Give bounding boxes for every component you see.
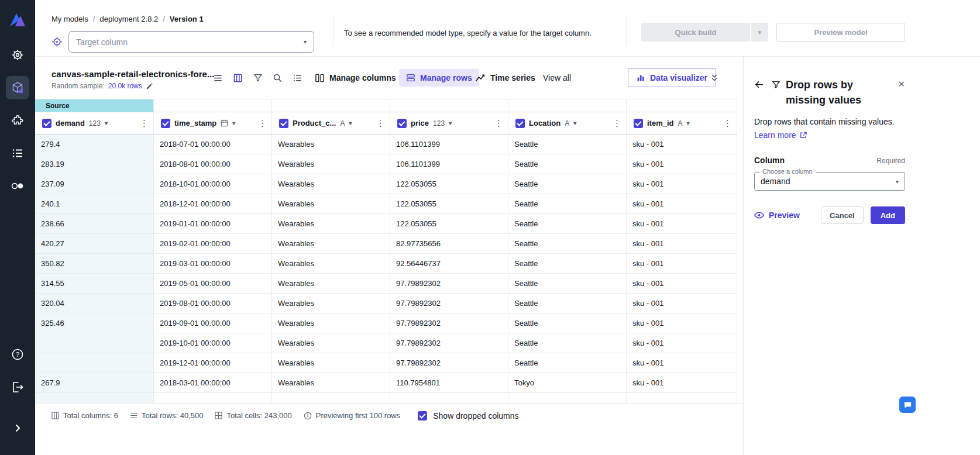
- cell-price: [390, 393, 508, 403]
- add-button[interactable]: Add: [871, 206, 905, 224]
- chevron-down-icon[interactable]: ▾: [349, 120, 352, 126]
- gear-icon[interactable]: [6, 43, 29, 67]
- column-checkbox[interactable]: [279, 119, 288, 128]
- main-area: My models / deployment 2.8.2 / Version 1…: [35, 0, 980, 455]
- column-checkbox[interactable]: [634, 119, 643, 128]
- edit-pencil-icon[interactable]: [146, 82, 153, 90]
- cell-item-id: sku - 001: [627, 234, 737, 253]
- target-column-placeholder: Target column: [76, 37, 128, 47]
- panel-actions: Preview Cancel Add: [754, 206, 905, 224]
- random-sample-value[interactable]: 20.0k rows: [108, 82, 142, 90]
- quick-build-button[interactable]: Quick build: [641, 23, 750, 42]
- dataset-name: canvas-sample-retail-electronics-fore...: [51, 69, 214, 79]
- column-name: Product_c...: [293, 119, 336, 127]
- cell-product-category: Wearables: [272, 214, 390, 233]
- kebab-menu-icon[interactable]: ⋮: [140, 118, 149, 129]
- list-icon[interactable]: [6, 142, 29, 165]
- back-arrow-icon[interactable]: [754, 80, 764, 108]
- cell-location: Seattle: [508, 274, 627, 293]
- search-icon[interactable]: [270, 71, 285, 85]
- cell-item-id: sku - 001: [627, 313, 737, 333]
- manage-columns-button[interactable]: Manage columns: [315, 57, 396, 99]
- cell-location: Seattle: [508, 194, 627, 213]
- kebab-menu-icon[interactable]: ⋮: [723, 118, 732, 129]
- cancel-button[interactable]: Cancel: [821, 206, 864, 224]
- table-row: 2019-12-01 00:00:00 Wearables 97.7989230…: [35, 353, 737, 373]
- chevron-down-icon[interactable]: ▾: [573, 120, 576, 126]
- header-divider: [333, 16, 334, 46]
- learn-more-link[interactable]: Learn more: [754, 130, 807, 140]
- table-row: 283.19 2018-08-01 00:00:00 Wearables 106…: [35, 154, 737, 174]
- preview-label: Preview: [769, 211, 800, 220]
- chevron-down-icon[interactable]: ▾: [105, 120, 108, 126]
- view-all-button[interactable]: View all: [543, 57, 571, 99]
- puzzle-icon[interactable]: [6, 109, 29, 132]
- chevron-down-icon[interactable]: ▾: [449, 120, 452, 126]
- filter-icon[interactable]: [250, 71, 265, 85]
- column-view-icon[interactable]: [231, 71, 245, 85]
- view-tools: [211, 57, 305, 99]
- cell-price: 97.79892302: [390, 313, 508, 333]
- time-series-button[interactable]: Time series: [475, 57, 535, 99]
- chat-icon[interactable]: [899, 397, 916, 413]
- logout-icon[interactable]: [6, 375, 29, 399]
- chevron-down-icon[interactable]: ▾: [687, 120, 690, 126]
- cell-location: Seattle: [508, 254, 627, 273]
- kebab-menu-icon[interactable]: ⋮: [494, 118, 503, 129]
- cell-time-stamp: 2019-09-01 00:00:00: [154, 313, 272, 333]
- column-checkbox[interactable]: [397, 119, 407, 128]
- breadcrumb-deployment[interactable]: deployment 2.8.2: [99, 15, 158, 23]
- show-dropped-checkbox[interactable]: [418, 411, 427, 420]
- number-type-icon: 123: [433, 119, 445, 127]
- kebab-menu-icon[interactable]: ⋮: [376, 118, 385, 129]
- list-view-icon[interactable]: [211, 71, 225, 85]
- column-header-location: Location A ▾ ⋮: [508, 112, 627, 134]
- chevron-down-icon[interactable]: ▾: [232, 120, 235, 126]
- cell-location: Seattle: [508, 174, 627, 194]
- column-field-label: Column: [754, 156, 785, 165]
- show-dropped-columns: Show dropped columns: [418, 411, 518, 420]
- rows-count-icon: [130, 412, 137, 419]
- target-hint-text: To see a recommended model type, specify…: [344, 29, 592, 37]
- help-icon[interactable]: ?: [6, 343, 29, 366]
- kebab-menu-icon[interactable]: ⋮: [613, 118, 621, 129]
- dataset-block: canvas-sample-retail-electronics-fore...…: [51, 69, 214, 90]
- checklist-icon[interactable]: [290, 71, 305, 85]
- data-visualizer-button[interactable]: Data visualizer: [628, 68, 716, 87]
- breadcrumb-my-models[interactable]: My models: [51, 15, 88, 23]
- external-link-icon: [800, 132, 807, 139]
- breadcrumb: My models / deployment 2.8.2 / Version 1: [51, 15, 204, 23]
- table-row: 350.82 2019-03-01 00:00:00 Wearables 92.…: [35, 254, 737, 274]
- drop-rows-panel: Drop rows by missing values ✕ Drop rows …: [743, 57, 980, 455]
- random-sample-label: Random sample:: [51, 82, 105, 90]
- cell-price: 97.79892302: [390, 294, 508, 313]
- cell-location: Seattle: [508, 135, 627, 154]
- table-row: 314.55 2019-05-01 00:00:00 Wearables 97.…: [35, 274, 737, 294]
- quick-build-caret[interactable]: ▾: [751, 23, 768, 42]
- cell-price: 122.053055: [390, 174, 508, 194]
- column-checkbox[interactable]: [42, 119, 51, 128]
- table-row: [35, 393, 737, 403]
- table-body: 279.4 2018-07-01 00:00:00 Wearables 106.…: [35, 135, 737, 403]
- circles-icon[interactable]: [6, 174, 29, 198]
- my-models-icon[interactable]: [6, 76, 29, 99]
- preview-button[interactable]: Preview: [754, 211, 800, 220]
- breadcrumb-separator: /: [93, 15, 95, 23]
- column-field-row: Column Required: [754, 156, 905, 165]
- column-checkbox[interactable]: [161, 119, 170, 128]
- double-chevron-down-icon[interactable]: [709, 57, 720, 99]
- cell-product-category: Wearables: [272, 373, 390, 392]
- total-rows: Total rows: 40,500: [130, 411, 204, 420]
- preview-model-button[interactable]: Preview model: [776, 23, 905, 42]
- canvas-logo: [8, 9, 27, 29]
- column-select[interactable]: Choose a column demand ▾: [754, 172, 905, 191]
- expand-sidebar-icon[interactable]: [6, 416, 29, 440]
- svg-text:?: ?: [16, 351, 19, 358]
- column-checkbox[interactable]: [515, 119, 525, 128]
- total-columns: Total columns: 6: [51, 411, 118, 420]
- breadcrumb-version: Version 1: [170, 15, 204, 23]
- kebab-menu-icon[interactable]: ⋮: [258, 118, 267, 129]
- close-icon[interactable]: ✕: [898, 79, 905, 89]
- manage-rows-button[interactable]: Manage rows: [399, 57, 479, 99]
- target-column-select[interactable]: Target column ▾: [68, 31, 314, 53]
